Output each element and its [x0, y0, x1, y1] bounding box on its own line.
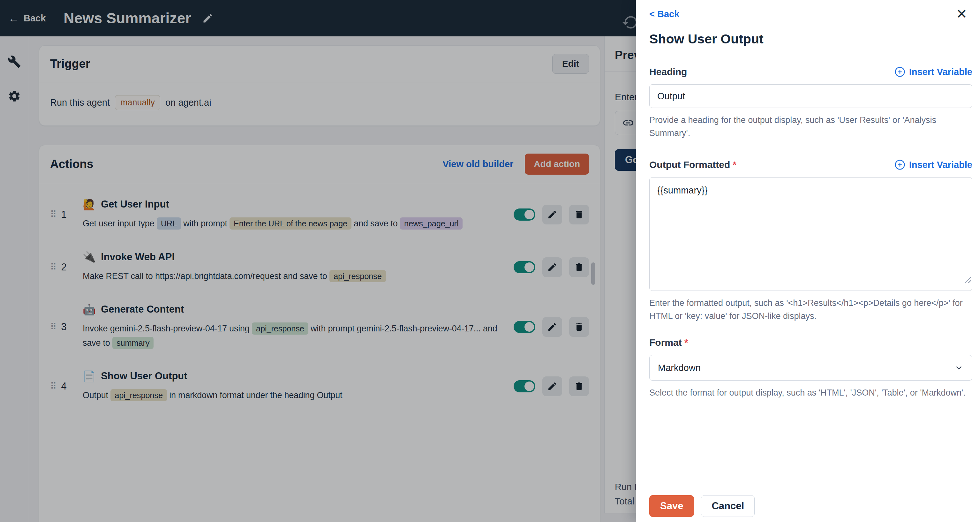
output-formatted-help-text: Enter the formatted output, such as '<h1…	[649, 297, 972, 323]
plus-circle-icon	[894, 67, 905, 77]
chevron-down-icon	[954, 363, 964, 372]
insert-variable-button-heading[interactable]: Insert Variable	[894, 67, 972, 77]
heading-help-text: Provide a heading for the output display…	[649, 114, 972, 140]
plus-circle-icon	[894, 159, 905, 170]
insert-variable-button-output[interactable]: Insert Variable	[894, 159, 972, 170]
required-asterisk: *	[733, 159, 737, 170]
save-button[interactable]: Save	[649, 495, 694, 517]
insert-variable-label: Insert Variable	[909, 67, 972, 77]
drawer-back-link[interactable]: < Back	[649, 9, 679, 19]
format-label: Format	[649, 337, 682, 348]
required-asterisk: *	[684, 337, 688, 348]
insert-variable-label: Insert Variable	[909, 160, 972, 170]
drawer-title: Show User Output	[649, 32, 972, 47]
close-icon[interactable]: ✕	[954, 7, 969, 21]
format-selected-value: Markdown	[658, 363, 701, 373]
heading-label: Heading	[649, 67, 687, 77]
output-formatted-label: Output Formatted	[649, 159, 730, 170]
action-settings-drawer: < Back ✕ Show User Output Heading Insert…	[636, 0, 980, 522]
heading-input[interactable]	[649, 84, 972, 108]
cancel-button[interactable]: Cancel	[701, 495, 755, 517]
format-help-text: Select the format for output display, su…	[649, 386, 972, 399]
format-select[interactable]: Markdown	[649, 355, 972, 380]
app-window: ← Back News Summarizer Trigger Edit Run	[0, 0, 980, 522]
output-formatted-textarea[interactable]: {{summary}}	[649, 177, 972, 291]
